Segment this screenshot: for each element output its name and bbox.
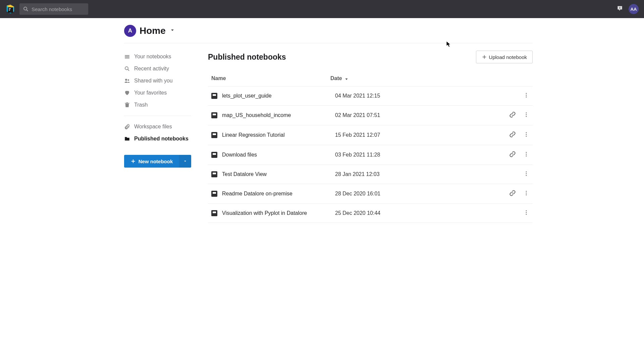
svg-point-22 [526, 134, 527, 135]
table-row[interactable]: map_US_household_income02 Mar 2021 07:51 [208, 105, 533, 125]
row-actions [523, 171, 529, 178]
svg-point-9 [125, 79, 127, 81]
folder-icon [124, 136, 130, 142]
row-name: Linear Regression Tutorial [222, 132, 335, 138]
main-content: Published notebooks Upload notebook Name… [208, 51, 533, 223]
svg-point-10 [128, 79, 129, 81]
more-options-icon[interactable] [523, 151, 529, 159]
notebook-file-icon [211, 152, 217, 158]
svg-point-17 [526, 97, 527, 98]
sidebar-item-shared-with-you[interactable]: Shared with you [124, 75, 191, 87]
svg-point-29 [526, 175, 527, 176]
row-actions [509, 111, 529, 119]
link-icon[interactable] [509, 190, 516, 198]
table-row[interactable]: lets_plot_user_guide04 Mar 2021 12:15 [208, 86, 533, 105]
sidebar-item-label: Trash [134, 102, 148, 108]
svg-rect-1 [9, 8, 11, 9]
svg-point-3 [24, 7, 27, 10]
user-avatar[interactable]: AA [629, 4, 639, 14]
row-actions [509, 131, 529, 139]
table-row[interactable]: Visualization with Pyplot in Datalore25 … [208, 203, 533, 223]
link-icon[interactable] [509, 131, 516, 139]
row-actions [509, 151, 529, 159]
sidebar-item-trash[interactable]: Trash [124, 99, 191, 111]
sidebar-item-published-notebooks[interactable]: Published notebooks [124, 133, 191, 145]
more-options-icon[interactable] [523, 92, 529, 100]
row-date: 28 Dec 2020 16:01 [335, 191, 436, 197]
title-dropdown-icon[interactable] [170, 27, 175, 34]
svg-point-18 [526, 112, 527, 113]
row-name: lets_plot_user_guide [222, 93, 335, 99]
svg-line-8 [128, 69, 129, 71]
announcement-icon[interactable] [616, 5, 623, 13]
sidebar-item-workspace-files[interactable]: Workspace files [124, 121, 191, 133]
svg-point-15 [526, 93, 527, 94]
svg-rect-0 [8, 7, 13, 13]
sidebar-item-label: Recent activity [134, 66, 169, 72]
more-options-icon[interactable] [523, 209, 529, 217]
table-row[interactable]: Test Datalore View28 Jan 2021 12:03 [208, 165, 533, 184]
sidebar-item-your-favorites[interactable]: Your favorites [124, 87, 191, 99]
table-row[interactable]: Readme Datalore on-premise28 Dec 2020 16… [208, 184, 533, 203]
svg-rect-2 [9, 10, 10, 10]
svg-point-16 [526, 95, 527, 96]
column-header-date[interactable]: Date [330, 75, 431, 81]
more-options-icon[interactable] [523, 171, 529, 178]
plus-icon [130, 159, 136, 164]
svg-point-21 [526, 132, 527, 133]
svg-point-31 [526, 193, 527, 194]
svg-rect-6 [620, 9, 620, 9]
topbar: AA [0, 0, 644, 18]
row-date: 15 Feb 2021 12:07 [335, 132, 436, 138]
new-notebook-button[interactable]: New notebook [124, 155, 179, 168]
page-title[interactable]: Home [140, 25, 166, 36]
row-name: map_US_household_income [222, 112, 335, 118]
notebook-file-icon [211, 191, 217, 197]
table-row[interactable]: Download files03 Feb 2021 11:28 [208, 145, 533, 165]
link-icon[interactable] [509, 111, 516, 119]
stack-icon [124, 54, 130, 60]
app-logo[interactable] [5, 4, 15, 14]
search-field[interactable] [19, 3, 88, 15]
sidebar-item-label: Published notebooks [134, 136, 189, 142]
more-options-icon[interactable] [523, 131, 529, 139]
notebook-file-icon [211, 171, 217, 177]
row-actions [509, 190, 529, 198]
paperclip-icon [124, 124, 130, 130]
trash-icon [124, 102, 130, 108]
svg-point-33 [526, 210, 527, 211]
search-input[interactable] [32, 6, 85, 12]
notebook-file-icon [211, 132, 217, 138]
svg-point-25 [526, 154, 527, 155]
svg-point-19 [526, 114, 527, 115]
sidebar-item-recent-activity[interactable]: Recent activity [124, 63, 191, 75]
svg-point-28 [526, 173, 527, 174]
notebook-file-icon [211, 112, 217, 118]
column-header-name[interactable]: Name [211, 75, 330, 81]
notebooks-table: Name Date lets_plot_user_guide04 Mar 202… [208, 75, 533, 223]
upload-notebook-button[interactable]: Upload notebook [476, 51, 533, 63]
more-options-icon[interactable] [523, 112, 529, 119]
row-date: 28 Jan 2021 12:03 [335, 171, 436, 177]
more-options-icon[interactable] [523, 190, 529, 197]
page-header: A Home [124, 18, 533, 43]
svg-line-4 [26, 10, 28, 11]
sidebar-item-label: Shared with you [134, 78, 173, 84]
notebook-file-icon [211, 210, 217, 216]
sidebar-item-your-notebooks[interactable]: Your notebooks [124, 51, 191, 63]
upload-notebook-label: Upload notebook [489, 54, 527, 60]
table-row[interactable]: Linear Regression Tutorial15 Feb 2021 12… [208, 125, 533, 145]
svg-point-23 [526, 136, 527, 137]
svg-point-26 [526, 156, 527, 157]
workspace-avatar[interactable]: A [124, 25, 136, 37]
new-notebook-dropdown[interactable] [179, 155, 191, 168]
row-date: 25 Dec 2020 10:44 [335, 210, 436, 216]
link-icon[interactable] [509, 151, 516, 159]
sidebar-separator [124, 116, 191, 116]
heart-icon [124, 90, 130, 96]
row-date: 03 Feb 2021 11:28 [335, 152, 436, 158]
svg-point-7 [125, 67, 128, 70]
search-icon [23, 6, 29, 12]
row-actions [523, 209, 529, 217]
notebook-file-icon [211, 93, 217, 99]
